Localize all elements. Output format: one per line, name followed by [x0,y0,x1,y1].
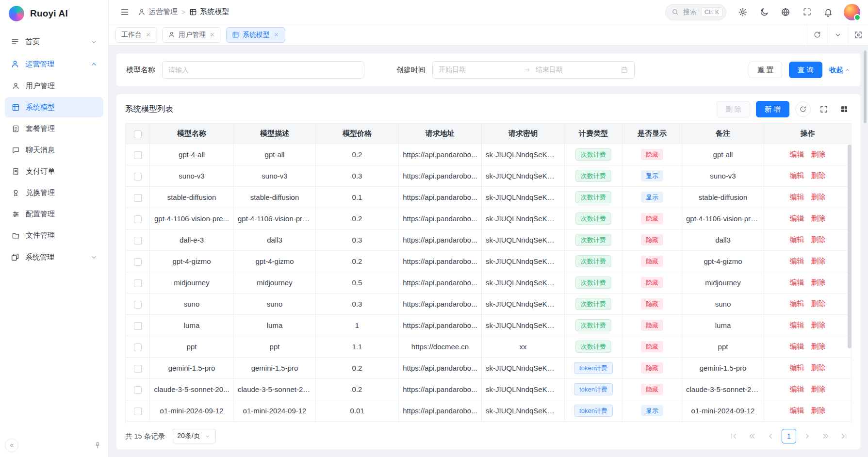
close-icon[interactable] [273,32,279,38]
delete-link[interactable]: 删除 [811,171,826,180]
delete-link[interactable]: 删除 [811,193,826,201]
close-icon[interactable] [209,32,215,38]
row-checkbox[interactable] [134,408,142,415]
column-settings-button[interactable] [837,102,852,116]
edit-link[interactable]: 编辑 [790,193,804,201]
row-select-cell[interactable] [126,208,150,229]
delete-link[interactable]: 删除 [811,321,826,329]
sidebar-item-package[interactable]: 套餐管理 [5,118,103,139]
row-select-cell[interactable] [126,229,150,251]
edit-link[interactable]: 编辑 [790,171,804,180]
edit-link[interactable]: 编辑 [790,363,804,372]
row-checkbox[interactable] [134,279,142,287]
row-select-cell[interactable] [126,315,150,336]
prev-page-button[interactable] [763,429,778,443]
row-checkbox[interactable] [134,194,142,202]
logo[interactable]: Ruoyi AI [0,0,108,27]
select-all-checkbox[interactable] [134,131,142,138]
menu-toggle-button[interactable] [116,4,133,20]
sidebar-item-operations[interactable]: 运营管理 [5,53,103,75]
add-button[interactable]: 新 增 [756,101,789,117]
settings-button[interactable] [734,3,752,21]
avatar[interactable] [844,4,860,20]
row-checkbox[interactable] [134,386,142,394]
delete-link[interactable]: 删除 [811,342,826,350]
delete-link[interactable]: 删除 [811,278,826,286]
delete-link[interactable]: 删除 [811,150,826,158]
row-checkbox[interactable] [134,173,142,180]
row-checkbox[interactable] [134,343,142,351]
row-select-cell[interactable] [126,400,150,422]
sidebar-item-home[interactable]: 首页 [5,31,103,52]
edit-link[interactable]: 编辑 [790,321,804,329]
collapse-filter-link[interactable]: 收起 [829,65,851,75]
sidebar-item-model[interactable]: 系统模型 [5,97,103,117]
reset-button[interactable]: 重 置 [749,62,782,78]
page-number[interactable]: 1 [782,429,796,443]
tab-menu-button[interactable] [827,24,848,45]
language-button[interactable] [777,3,794,21]
first-page-button[interactable] [726,429,741,443]
row-checkbox[interactable] [134,215,142,223]
row-checkbox[interactable] [134,151,142,159]
sidebar-item-chat[interactable]: 聊天消息 [5,140,103,160]
dark-mode-button[interactable] [755,3,773,21]
next-page-button[interactable] [800,429,815,443]
edit-link[interactable]: 编辑 [790,342,804,350]
row-select-cell[interactable] [126,294,150,315]
row-select-cell[interactable] [126,144,150,165]
row-checkbox[interactable] [134,322,142,330]
breadcrumb-item-operations[interactable]: 运营管理 [138,7,178,16]
delete-link[interactable]: 删除 [811,214,826,222]
notifications-button[interactable] [819,3,837,21]
tab-workbench[interactable]: 工作台 [115,27,157,43]
page-scrollbar[interactable] [864,50,867,123]
delete-link[interactable]: 删除 [811,299,826,308]
delete-link[interactable]: 删除 [811,235,826,244]
sidebar-item-redeem[interactable]: 兑换管理 [5,182,103,203]
row-select-cell[interactable] [126,251,150,272]
last-page-button[interactable] [837,429,852,443]
global-search[interactable]: 搜索 Ctrl K [665,4,726,20]
sidebar-item-order[interactable]: 支付订单 [5,161,103,181]
fullscreen-button[interactable] [798,3,816,21]
row-select-cell[interactable] [126,358,150,379]
sidebar-item-system[interactable]: 系统管理 [5,246,103,268]
row-select-cell[interactable] [126,187,150,208]
page-size-select[interactable]: 20条/页 [172,429,215,443]
edit-link[interactable]: 编辑 [790,299,804,308]
row-checkbox[interactable] [134,237,142,245]
sidebar-item-user[interactable]: 用户管理 [5,76,103,96]
close-icon[interactable] [145,32,151,38]
model-name-input[interactable] [162,61,364,79]
table-scrollbar[interactable] [848,145,852,348]
delete-link[interactable]: 删除 [811,406,826,414]
edit-link[interactable]: 编辑 [790,278,804,286]
edit-link[interactable]: 编辑 [790,406,804,414]
collapse-sidebar-button[interactable] [5,439,18,452]
delete-link[interactable]: 删除 [811,385,826,393]
next-group-button[interactable] [819,429,833,443]
edit-link[interactable]: 编辑 [790,257,804,265]
row-select-cell[interactable] [126,165,150,187]
tab-model[interactable]: 系统模型 [226,27,285,43]
search-button[interactable]: 查 询 [789,62,822,78]
row-checkbox[interactable] [134,258,142,266]
delete-link[interactable]: 删除 [811,257,826,265]
select-all-cell[interactable] [126,124,150,144]
row-select-cell[interactable] [126,272,150,294]
delete-link[interactable]: 删除 [811,363,826,372]
refresh-table-button[interactable] [795,101,811,117]
tab-user[interactable]: 用户管理 [162,27,221,43]
edit-link[interactable]: 编辑 [790,150,804,158]
row-checkbox[interactable] [134,301,142,309]
sidebar-item-config[interactable]: 配置管理 [5,204,103,224]
sidebar-item-file[interactable]: 文件管理 [5,225,103,245]
edit-link[interactable]: 编辑 [790,235,804,244]
edit-link[interactable]: 编辑 [790,214,804,222]
refresh-tab-button[interactable] [807,24,827,45]
edit-link[interactable]: 编辑 [790,385,804,393]
row-select-cell[interactable] [126,336,150,358]
row-checkbox[interactable] [134,365,142,373]
row-select-cell[interactable] [126,379,150,400]
